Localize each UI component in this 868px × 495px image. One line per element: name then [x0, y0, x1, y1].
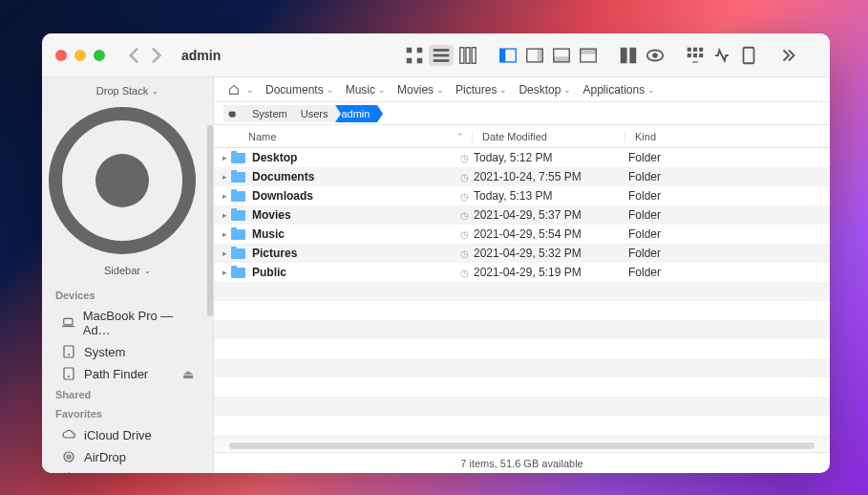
- file-row[interactable]: ▸Downloads◷Today, 5:13 PMFolder: [214, 186, 830, 205]
- clock-icon: ◷: [460, 268, 474, 278]
- empty-row: [214, 416, 830, 435]
- cloud-icon: [61, 427, 76, 442]
- forward-button[interactable]: [147, 45, 166, 66]
- file-name: Music: [252, 227, 460, 241]
- file-row[interactable]: ▸Documents◷2021-10-24, 7:55 PMFolder: [214, 167, 830, 186]
- file-kind: Folder: [623, 266, 830, 279]
- icon-view-button[interactable]: [402, 45, 427, 66]
- sidebar: Drop Stack ⌄ ⌄ Sidebar ⌄ DevicesMacBook …: [42, 77, 214, 473]
- disclosure-triangle-icon[interactable]: ▸: [214, 248, 227, 258]
- file-kind: Folder: [623, 189, 830, 203]
- disclosure-triangle-icon[interactable]: ▸: [214, 210, 227, 220]
- file-date: 2021-04-29, 5:19 PM: [474, 266, 623, 279]
- dual-pane-button[interactable]: [616, 45, 641, 66]
- folder-icon: [231, 208, 248, 222]
- file-name: Movies: [252, 208, 460, 222]
- file-row[interactable]: ▸Pictures◷2021-04-29, 5:32 PMFolder: [214, 244, 830, 263]
- column-name[interactable]: Name⌃: [214, 131, 472, 142]
- sidebar-item-path-finder[interactable]: Path Finder⏏: [48, 363, 207, 384]
- sidebar-right-button[interactable]: [522, 45, 547, 66]
- tag-button[interactable]: [736, 45, 761, 66]
- file-date: 2021-04-29, 5:37 PM: [474, 208, 623, 222]
- close-button[interactable]: [55, 50, 67, 61]
- svg-point-30: [95, 154, 149, 207]
- sidebar-left-button[interactable]: [496, 45, 520, 66]
- back-button[interactable]: [124, 45, 143, 66]
- svg-rect-7: [460, 47, 464, 63]
- file-row[interactable]: ▸Music◷2021-04-29, 5:54 PMFolder: [214, 225, 830, 244]
- sidebar-item-label: System: [84, 345, 125, 359]
- favorite-Pictures[interactable]: Pictures⌄: [452, 81, 511, 98]
- favorite-Desktop[interactable]: Desktop⌄: [515, 81, 575, 98]
- favorite-Applications[interactable]: Applications⌄: [579, 81, 659, 98]
- eject-icon[interactable]: ⏏: [182, 367, 194, 381]
- file-kind: Folder: [623, 227, 830, 241]
- folder-icon: [231, 151, 248, 164]
- disclosure-triangle-icon[interactable]: ▸: [214, 191, 227, 201]
- disk-icon: [61, 344, 76, 359]
- sidebar-heading: Devices: [42, 286, 213, 305]
- path-segment-apple[interactable]: [223, 105, 246, 122]
- file-date: 2021-04-29, 5:54 PM: [474, 227, 623, 241]
- chevron-down-icon: ⌄: [563, 85, 571, 95]
- file-date: Today, 5:12 PM: [474, 151, 623, 164]
- favorite-Music[interactable]: Music⌄: [342, 81, 390, 98]
- column-kind[interactable]: Kind: [625, 131, 830, 142]
- file-row[interactable]: ▸Movies◷2021-04-29, 5:37 PMFolder: [214, 205, 830, 225]
- sidebar-item-icloud-drive[interactable]: iCloud Drive: [48, 424, 207, 445]
- nav-buttons: [124, 45, 166, 66]
- file-date: 2021-04-29, 5:32 PM: [474, 247, 623, 260]
- svg-rect-27: [699, 53, 703, 56]
- sidebar-item-label: Path Finder: [84, 367, 148, 381]
- disclosure-triangle-icon[interactable]: ▸: [214, 229, 227, 239]
- path-segment-admin[interactable]: admin: [335, 105, 377, 122]
- path-segment-System[interactable]: System: [246, 105, 295, 122]
- file-row[interactable]: ▸Public◷2021-04-29, 5:19 PMFolder: [214, 263, 830, 282]
- finder-window: admin Drop Stack ⌄: [42, 33, 830, 473]
- sidebar-scrollbar[interactable]: [207, 125, 213, 316]
- chevron-down-icon: ⌄: [246, 85, 254, 95]
- overflow-button[interactable]: [776, 45, 801, 66]
- list-view-button[interactable]: [429, 45, 454, 66]
- file-row[interactable]: ▸Desktop◷Today, 5:12 PMFolder: [214, 148, 830, 167]
- folder-icon: [231, 227, 248, 241]
- zoom-button[interactable]: [94, 50, 105, 61]
- svg-rect-26: [693, 53, 697, 56]
- clock-icon: ◷: [460, 153, 474, 163]
- favorite-Movies[interactable]: Movies⌄: [393, 81, 448, 98]
- horizontal-scrollbar[interactable]: [214, 441, 830, 452]
- arrange-button[interactable]: [683, 45, 708, 66]
- sidebar-item-airdrop[interactable]: AirDrop: [48, 446, 207, 467]
- chevron-down-icon: ⌄: [327, 85, 334, 95]
- file-list[interactable]: ▸Desktop◷Today, 5:12 PMFolder▸Documents◷…: [214, 148, 830, 441]
- sidebar-item-macbook-pro-ad-[interactable]: MacBook Pro — Ad…: [48, 306, 207, 340]
- disclosure-triangle-icon[interactable]: ▸: [214, 172, 227, 182]
- panel-top-button[interactable]: [576, 45, 601, 66]
- action-button[interactable]: [709, 45, 734, 66]
- target-button[interactable]: ⌄: [42, 98, 213, 263]
- disclosure-triangle-icon[interactable]: ▸: [214, 153, 227, 162]
- svg-rect-35: [64, 368, 74, 379]
- sidebar-item-applications[interactable]: Applications: [48, 468, 207, 473]
- column-date[interactable]: Date Modified: [472, 131, 625, 142]
- window-title: admin: [181, 48, 221, 63]
- svg-rect-24: [699, 47, 703, 51]
- minimize-button[interactable]: [74, 50, 86, 61]
- file-name: Documents: [252, 170, 460, 183]
- disclosure-triangle-icon[interactable]: ▸: [214, 268, 227, 277]
- drop-stack-button[interactable]: Drop Stack ⌄: [42, 83, 213, 98]
- svg-rect-33: [64, 346, 74, 357]
- sidebar-toggle[interactable]: Sidebar ⌄: [42, 263, 213, 278]
- sidebar-item-system[interactable]: System: [48, 341, 207, 362]
- favorite-Documents[interactable]: Documents⌄: [262, 81, 338, 98]
- svg-point-36: [68, 376, 70, 377]
- airdrop-icon: [61, 449, 76, 464]
- column-view-button[interactable]: [455, 45, 480, 66]
- svg-rect-3: [417, 57, 423, 63]
- clock-icon: ◷: [460, 210, 474, 221]
- favorite-home[interactable]: ⌄: [223, 81, 258, 98]
- path-segment-Users[interactable]: Users: [295, 105, 336, 122]
- sidebar-item-label: AirDrop: [84, 450, 126, 464]
- preview-button[interactable]: [643, 45, 667, 66]
- panel-bottom-button[interactable]: [549, 45, 574, 66]
